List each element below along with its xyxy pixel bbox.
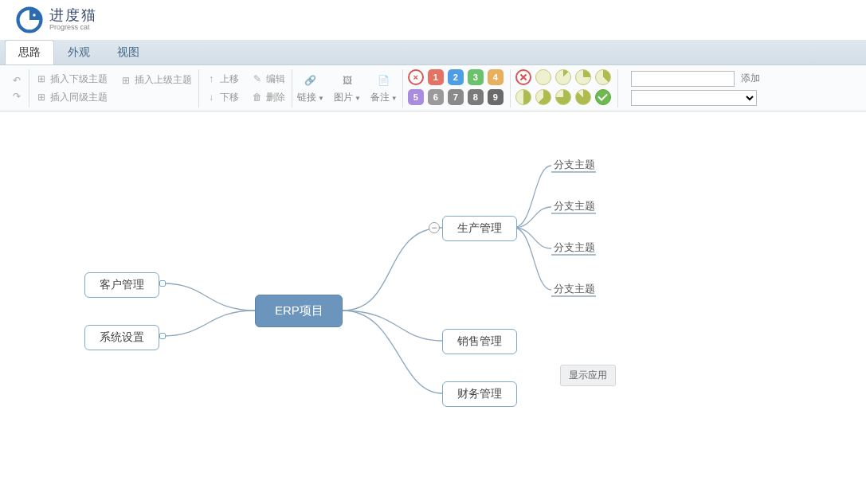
arrow-down-icon: ↓ [206,92,217,103]
priority-2-icon[interactable]: 2 [448,69,464,85]
priority-palette: ×123456789 [403,69,510,107]
image-icon: 🖼 [339,72,356,89]
mindmap-node[interactable]: 系统设置 [84,325,159,350]
progress-palette [511,69,617,107]
redo-icon: ↷ [11,91,22,102]
priority-6-icon[interactable]: 6 [428,89,444,105]
move-up-button[interactable]: ↑上移 [204,72,241,87]
arrow-up-icon: ↑ [206,73,217,84]
separator [617,69,618,107]
link-button[interactable]: 🔗 链接▼ [292,70,329,106]
mindmap-node[interactable]: 销售管理 [442,329,517,354]
mindmap-node[interactable]: 生产管理 [442,216,517,241]
priority-9-icon[interactable]: 9 [488,89,504,105]
progress-0-icon[interactable] [535,69,551,85]
progress-12-icon[interactable] [555,69,571,85]
progress-87-icon[interactable] [575,89,591,105]
insert-sibling-button[interactable]: ⊞插入同级主题 [34,90,109,105]
mindmap-node[interactable]: 财务管理 [442,381,517,407]
progress-75-icon[interactable] [555,89,571,105]
pencil-icon: ✎ [252,73,263,84]
svg-point-1 [33,14,35,16]
tab-appearance[interactable]: 外观 [54,40,104,64]
brand-name-en: Progress cat [49,24,97,32]
mindmap-leaf[interactable]: 分支主题 [554,240,595,255]
insert-parent-button[interactable]: ⊞插入上级主题 [119,72,194,88]
insert-parent-icon: ⊞ [120,75,131,86]
brand-name-cn: 进度猫 [49,8,97,24]
priority-5-icon[interactable]: 5 [408,89,424,105]
priority-7-icon[interactable]: 7 [448,89,464,105]
priority-4-icon[interactable]: 4 [488,69,504,85]
note-icon: 📄 [375,72,393,89]
progress-37-icon[interactable] [595,69,611,85]
undo-icon: ↶ [11,75,22,86]
delete-button[interactable]: 🗑删除 [250,90,287,105]
tab-idea[interactable]: 思路 [5,40,54,64]
progress-62-icon[interactable] [535,89,551,105]
mindmap-canvas[interactable]: ERP项目 客户管理 系统设置 − 生产管理 分支主题 分支主题 分支主题 分支… [0,111,866,504]
insert-child-icon: ⊞ [36,73,47,84]
mindmap-leaf[interactable]: 分支主题 [554,199,595,213]
image-button[interactable]: 🖼 图片▼ [329,70,366,106]
toolbar: ↶ ↷ ⊞插入下级主题 ⊞插入同级主题 ⊞插入上级主题 _ ↑上移 ↓下移 ✎编… [0,65,866,111]
mindmap-leaf[interactable]: 分支主题 [554,158,595,172]
insert-child-button[interactable]: ⊞插入下级主题 [34,72,109,87]
mindmap-node[interactable]: 客户管理 [84,272,159,298]
priority-1-icon[interactable]: 1 [428,69,444,85]
app-header: 进度猫 Progress cat [0,0,866,40]
priority-8-icon[interactable]: 8 [468,89,484,105]
link-icon: 🔗 [302,72,319,89]
priority-none-icon[interactable]: × [408,69,424,85]
mindmap-edges [0,111,866,504]
logo-icon [16,6,43,33]
tab-view[interactable]: 视图 [104,40,153,64]
priority-3-icon[interactable]: 3 [468,69,484,85]
mindmap-root-node[interactable]: ERP项目 [255,295,343,327]
progress-25-icon[interactable] [575,69,591,85]
brand-logo: 进度猫 Progress cat [16,6,97,33]
tag-select[interactable] [631,90,757,106]
move-down-button[interactable]: ↓下移 [204,90,241,105]
tag-input[interactable] [631,71,735,87]
main-tabbar: 思路 外观 视图 [0,40,866,65]
progress-50-icon[interactable] [515,89,531,105]
redo-button[interactable]: ↷ [10,90,24,103]
collapse-toggle[interactable]: − [429,222,440,233]
connector-dot [159,333,166,339]
edit-button[interactable]: ✎编辑 [250,72,287,87]
mindmap-leaf[interactable]: 分支主题 [554,282,595,296]
trash-icon: 🗑 [252,92,263,103]
note-button[interactable]: 📄 备注▼ [366,70,402,106]
tag-area: 添加 [626,71,768,106]
insert-sibling-icon: ⊞ [36,92,47,103]
undo-button[interactable]: ↶ [10,74,24,87]
show-apps-button[interactable]: 显示应用 [560,365,616,386]
tag-add-button[interactable]: 添加 [738,72,763,85]
progress-none-icon[interactable] [515,69,531,85]
connector-dot [159,280,166,287]
progress-done-icon[interactable] [595,89,611,105]
